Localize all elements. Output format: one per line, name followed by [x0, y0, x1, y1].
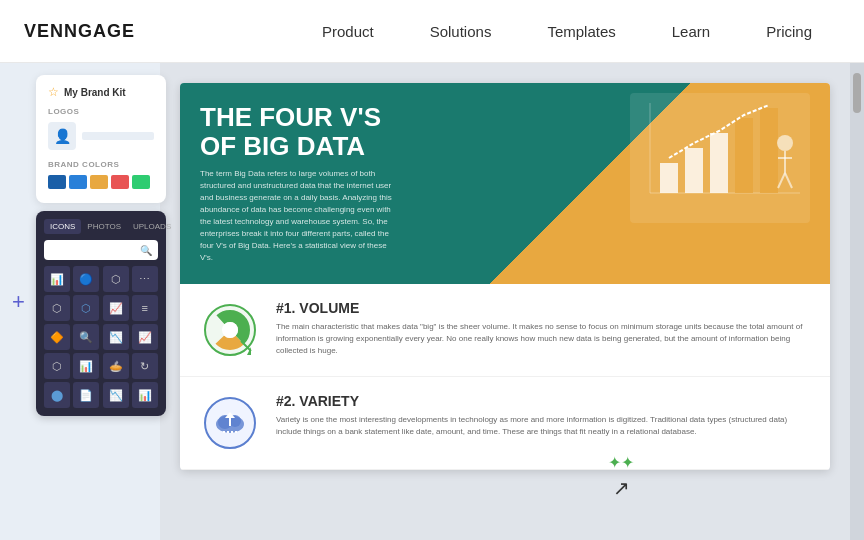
- icon-cell-11[interactable]: 📉: [103, 324, 129, 350]
- brand-kit-title: My Brand Kit: [64, 87, 126, 98]
- color-swatch-3[interactable]: [90, 175, 108, 189]
- logo-line: [82, 132, 154, 140]
- volume-heading: #1. VOLUME: [276, 300, 810, 316]
- icon-cell-2[interactable]: 🔵: [73, 266, 99, 292]
- star-icon: ☆: [48, 85, 59, 99]
- cursor-area: ✦✦ ↗: [608, 453, 634, 500]
- color-swatch-1[interactable]: [48, 175, 66, 189]
- color-swatch-2[interactable]: [69, 175, 87, 189]
- volume-icon: [200, 300, 260, 360]
- nav-templates[interactable]: Templates: [519, 0, 643, 63]
- header-text: THE FOUR V'S OF BIG DATA The term Big Da…: [200, 103, 810, 264]
- nav-pricing[interactable]: Pricing: [738, 0, 840, 63]
- svg-point-16: [222, 322, 238, 338]
- icon-picker-tabs: ICONS PHOTOS UPLOADS: [44, 219, 158, 234]
- brand-colors-area: [48, 175, 154, 189]
- icon-cell-1[interactable]: 📊: [44, 266, 70, 292]
- icon-cell-8[interactable]: ≡: [132, 295, 158, 321]
- icon-cell-16[interactable]: ↻: [132, 353, 158, 379]
- header-subtitle: The term Big Data refers to large volume…: [200, 168, 400, 264]
- icon-cell-13[interactable]: ⬡: [44, 353, 70, 379]
- icon-cell-10[interactable]: 🔍: [73, 324, 99, 350]
- volume-text: The main characteristic that makes data …: [276, 321, 810, 357]
- tab-icons[interactable]: ICONS: [44, 219, 81, 234]
- icon-cell-12[interactable]: 📈: [132, 324, 158, 350]
- variety-heading: #2. VARIETY: [276, 393, 810, 409]
- sparkle-lines: ✦✦: [608, 453, 634, 472]
- icon-picker-panel: ICONS PHOTOS UPLOADS 🔍 📊 🔵 ⬡ ⋯ ⬡ ⬡ 📈 ≡ 🔶…: [36, 211, 166, 416]
- icon-cell-9[interactable]: 🔶: [44, 324, 70, 350]
- sparkle-icon: ✦✦: [608, 453, 634, 472]
- icon-cell-3[interactable]: ⬡: [103, 266, 129, 292]
- tab-photos[interactable]: PHOTOS: [81, 219, 127, 234]
- icon-cell-20[interactable]: 📊: [132, 382, 158, 408]
- infographic: THE FOUR V'S OF BIG DATA The term Big Da…: [180, 83, 830, 470]
- variety-section: #2. VARIETY Variety is one the most inte…: [180, 377, 830, 470]
- icon-cell-6[interactable]: ⬡: [73, 295, 99, 321]
- icon-cell-7[interactable]: 📈: [103, 295, 129, 321]
- logos-area: 👤: [48, 122, 154, 150]
- volume-section: #1. VOLUME The main characteristic that …: [180, 284, 830, 377]
- nav-logo: VENNGAGE: [24, 21, 135, 42]
- icon-cell-15[interactable]: 🥧: [103, 353, 129, 379]
- variety-icon: [200, 393, 260, 453]
- icon-grid: 📊 🔵 ⬡ ⋯ ⬡ ⬡ 📈 ≡ 🔶 🔍 📉 📈 ⬡ 📊 🥧 ↻ ⬤ 📄 📉: [44, 266, 158, 408]
- color-swatch-5[interactable]: [132, 175, 150, 189]
- variety-text: Variety is one the most interesting deve…: [276, 414, 810, 438]
- left-panel: + ☆ My Brand Kit LOGOS 👤 BRAND COLORS: [0, 63, 160, 540]
- search-icon: 🔍: [140, 245, 152, 256]
- icon-search-bar[interactable]: 🔍: [44, 240, 158, 260]
- icon-cell-4[interactable]: ⋯: [132, 266, 158, 292]
- icon-cell-19[interactable]: 📉: [103, 382, 129, 408]
- brand-kit-header: ☆ My Brand Kit: [48, 85, 154, 99]
- add-element-button[interactable]: +: [12, 289, 25, 315]
- cursor-arrow-icon: ↗: [608, 476, 634, 500]
- main-area: + ☆ My Brand Kit LOGOS 👤 BRAND COLORS: [0, 63, 864, 540]
- header-title-line1: THE FOUR V'S OF BIG DATA: [200, 103, 810, 160]
- colors-label: BRAND COLORS: [48, 160, 154, 169]
- scrollbar-area: [850, 63, 864, 540]
- nav-links: Product Solutions Templates Learn Pricin…: [294, 0, 840, 63]
- logos-label: LOGOS: [48, 107, 154, 116]
- nav-product[interactable]: Product: [294, 0, 402, 63]
- icon-cell-17[interactable]: ⬤: [44, 382, 70, 408]
- content-area: THE FOUR V'S OF BIG DATA The term Big Da…: [160, 63, 850, 540]
- nav-learn[interactable]: Learn: [644, 0, 738, 63]
- brand-kit-panel: ☆ My Brand Kit LOGOS 👤 BRAND COLORS: [36, 75, 166, 203]
- icon-cell-18[interactable]: 📄: [73, 382, 99, 408]
- navbar: VENNGAGE Product Solutions Templates Lea…: [0, 0, 864, 63]
- logo-icon: 👤: [48, 122, 76, 150]
- icon-cell-5[interactable]: ⬡: [44, 295, 70, 321]
- tab-uploads[interactable]: UPLOADS: [127, 219, 177, 234]
- variety-content: #2. VARIETY Variety is one the most inte…: [276, 393, 810, 438]
- volume-content: #1. VOLUME The main characteristic that …: [276, 300, 810, 357]
- scroll-thumb[interactable]: [853, 73, 861, 113]
- color-swatch-4[interactable]: [111, 175, 129, 189]
- search-input[interactable]: [50, 243, 140, 257]
- infographic-header: THE FOUR V'S OF BIG DATA The term Big Da…: [180, 83, 830, 284]
- icon-cell-14[interactable]: 📊: [73, 353, 99, 379]
- nav-solutions[interactable]: Solutions: [402, 0, 520, 63]
